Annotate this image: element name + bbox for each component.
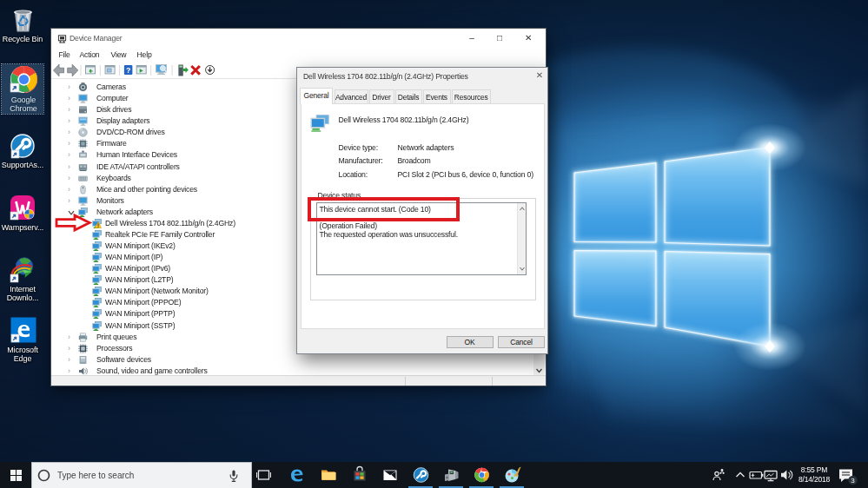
svg-text:?: ? (126, 66, 130, 75)
svg-text:3: 3 (851, 477, 855, 485)
